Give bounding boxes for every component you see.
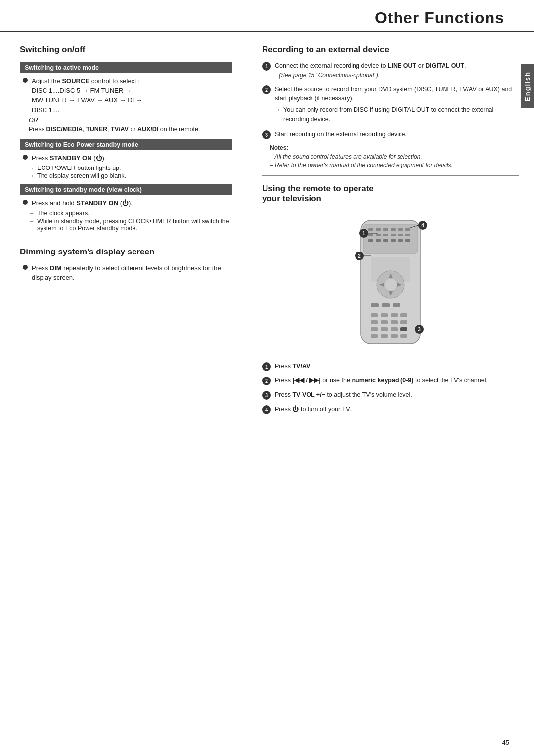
note1: – All the sound control features are ava…	[270, 153, 519, 160]
svg-rect-37	[400, 320, 407, 324]
dimming-title: Dimming system's display screen	[20, 247, 232, 259]
page-title: Other Functions	[30, 9, 504, 27]
tv-step4: 4 Press ⏻ to turn off your TV.	[262, 405, 519, 414]
step1-note: (See page 15 "Connections-optional").	[279, 72, 380, 79]
svg-rect-15	[376, 239, 381, 242]
tv-remote-title: Using the remote to operate your televis…	[262, 184, 519, 206]
tv-step3-text: Press TV VOL +/− to adjust the TV's volu…	[275, 390, 519, 400]
svg-rect-11	[391, 234, 396, 236]
page-container: Other Functions English Switching on/off…	[0, 0, 534, 756]
bullet-dot-4	[23, 265, 28, 270]
left-column: Switching on/off Switching to active mod…	[20, 37, 247, 419]
tv-step1-circle: 1	[262, 362, 271, 371]
standby-clock-header: Switching to standby mode (view clock)	[20, 184, 232, 195]
eco-standby-bullet: Press STANDBY ON (⏻).	[23, 153, 232, 163]
bullet-dot	[23, 78, 28, 83]
step3-text: Start recording on the external recordin…	[275, 130, 519, 139]
tv-step2-text: Press |◀◀ / ▶▶| or use the numeric keypa…	[275, 376, 519, 385]
svg-rect-30	[371, 313, 378, 317]
svg-rect-4	[383, 228, 388, 231]
arrow-sym-5: →	[275, 105, 281, 114]
tv-remote-title-line2: your television	[262, 194, 321, 203]
note2: – Refer to the owner's manual of the con…	[270, 162, 519, 168]
step3-circle: 3	[262, 130, 271, 139]
bullet-dot-3	[23, 200, 28, 205]
remote-illustration-container: 1 2 3 4	[262, 215, 519, 354]
page-header: Other Functions	[0, 0, 534, 32]
dimming-text: Press DIM repeatedly to select different…	[32, 263, 232, 283]
tv-step2-circle: 2	[262, 377, 271, 385]
step2-arrow: → You can only record from DISC if using…	[275, 105, 519, 124]
clock-arrow2-text: While in standby mode, pressing CLOCK•TI…	[37, 218, 232, 232]
svg-rect-9	[376, 234, 381, 236]
svg-rect-35	[381, 320, 388, 324]
eco-arrow2: → The display screen will go blank.	[29, 172, 232, 179]
step1-circle: 1	[262, 62, 271, 71]
svg-rect-36	[391, 320, 398, 324]
svg-rect-2	[368, 228, 373, 231]
svg-rect-17	[391, 239, 396, 242]
recording-step3: 3 Start recording on the external record…	[262, 130, 519, 139]
or-text: OR	[29, 117, 232, 124]
svg-rect-19	[405, 239, 410, 242]
svg-rect-33	[400, 313, 407, 317]
svg-rect-39	[381, 327, 388, 331]
active-mode-header: Switching to active mode	[20, 62, 232, 73]
svg-rect-38	[371, 327, 378, 331]
tv-remote-title-line1: Using the remote to operate	[262, 184, 374, 193]
svg-rect-34	[371, 320, 378, 324]
arrow-sym-2: →	[29, 172, 35, 179]
dimming-bullet: Press DIM repeatedly to select different…	[23, 263, 232, 283]
step2-circle: 2	[262, 85, 271, 94]
tv-remote-section: Using the remote to operate your televis…	[262, 184, 519, 206]
standby-clock-bullet: Press and hold STANDBY ON (⏻).	[23, 198, 232, 208]
eco-arrow1: → ECO POWER button lights up.	[29, 165, 232, 171]
svg-text:3: 3	[418, 327, 421, 332]
svg-rect-13	[405, 234, 410, 236]
arrow-sym-3: →	[29, 210, 35, 217]
recording-step2: 2 Select the source to record from your …	[262, 85, 519, 125]
notes-section: Notes: – All the sound control features …	[266, 144, 519, 168]
recording-step1: 1 Connect the external recording device …	[262, 61, 519, 80]
step2-arrow-text: You can only record from DISC if using D…	[283, 105, 519, 124]
svg-rect-12	[398, 234, 403, 236]
clock-arrow2: → While in standby mode, pressing CLOCK•…	[29, 218, 232, 232]
svg-rect-5	[391, 228, 396, 231]
eco-arrow1-text: ECO POWER button lights up.	[37, 165, 121, 171]
step2-text: Select the source to record from your DV…	[275, 85, 519, 125]
svg-rect-6	[398, 228, 403, 231]
clock-arrow1: → The clock appears.	[29, 210, 232, 217]
side-tab: English	[521, 64, 534, 108]
svg-rect-31	[381, 313, 388, 317]
svg-rect-3	[376, 228, 381, 231]
divider-1	[20, 239, 232, 239]
eco-standby-header: Switching to Eco Power standby mode	[20, 139, 232, 150]
eco-arrow2-text: The display screen will go blank.	[37, 172, 126, 179]
svg-rect-40	[391, 327, 398, 331]
svg-rect-28	[382, 303, 390, 307]
svg-rect-42	[371, 334, 378, 338]
svg-rect-29	[393, 303, 400, 307]
clock-arrow1-text: The clock appears.	[37, 210, 89, 217]
svg-rect-10	[383, 234, 388, 236]
svg-point-22	[385, 279, 397, 291]
svg-rect-32	[391, 313, 398, 317]
recording-title: Recording to an external device	[262, 45, 519, 57]
svg-rect-41	[400, 327, 407, 331]
eco-standby-text: Press STANDBY ON (⏻).	[32, 153, 232, 163]
svg-text:1: 1	[362, 231, 365, 236]
svg-rect-7	[405, 228, 410, 231]
svg-rect-14	[368, 239, 373, 242]
press-buttons-text: Press DISC/MEDIA, TUNER, TV/AV or AUX/DI…	[29, 125, 232, 134]
bullet-dot-2	[23, 155, 28, 160]
tv-step4-circle: 4	[262, 405, 271, 414]
standby-clock-text: Press and hold STANDBY ON (⏻).	[32, 198, 232, 208]
right-column: Recording to an external device 1 Connec…	[247, 37, 519, 419]
content-columns: Switching on/off Switching to active mod…	[0, 37, 534, 419]
svg-rect-44	[391, 334, 398, 338]
svg-rect-27	[371, 303, 379, 307]
tv-step2: 2 Press |◀◀ / ▶▶| or use the numeric key…	[262, 376, 519, 385]
active-mode-text: Adjust the SOURCE control to select : DI…	[32, 76, 232, 115]
svg-text:4: 4	[421, 223, 424, 228]
page-number: 45	[502, 739, 509, 746]
